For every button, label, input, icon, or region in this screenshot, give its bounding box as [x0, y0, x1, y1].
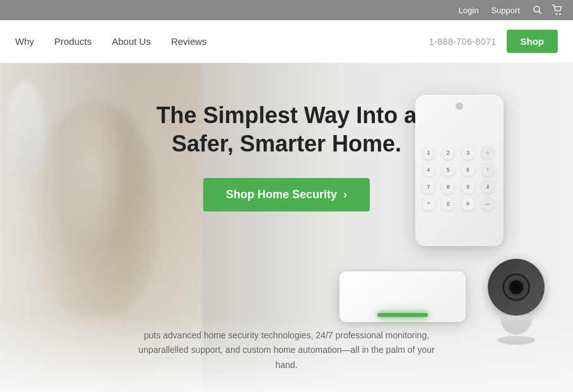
svg-point-3	[559, 13, 561, 15]
camera-stand	[497, 336, 535, 345]
camera-lens-inner	[509, 280, 523, 294]
keypad-key[interactable]: 8	[441, 180, 455, 194]
cart-icon	[552, 4, 563, 16]
keypad-device: 123⌂456↑789⚷*0#—	[415, 95, 504, 246]
keypad-key[interactable]: ⚷	[481, 180, 495, 194]
keypad-key[interactable]: 6	[461, 163, 475, 177]
main-nav: Why Products About Us Reviews 1-888-706-…	[0, 20, 573, 63]
support-link[interactable]: Support	[491, 6, 520, 15]
nav-why[interactable]: Why	[15, 36, 34, 47]
keypad-key[interactable]: 4	[422, 163, 435, 177]
keypad-key[interactable]: 3	[461, 146, 475, 160]
top-utility-bar: Login Support	[0, 0, 573, 20]
top-bar-icons	[533, 4, 563, 16]
svg-point-2	[556, 13, 558, 15]
keypad-key[interactable]: 1	[422, 146, 435, 160]
keypad-key[interactable]: 2	[441, 146, 455, 160]
hub-led	[377, 313, 428, 317]
nav-products[interactable]: Products	[54, 36, 92, 47]
shop-button[interactable]: Shop	[507, 30, 558, 53]
keypad-logo	[456, 102, 463, 110]
camera-base	[500, 316, 532, 335]
svg-point-0	[534, 6, 540, 12]
keypad-key[interactable]: 7	[422, 180, 435, 194]
camera-lens	[502, 273, 530, 301]
nav-reviews[interactable]: Reviews	[171, 36, 207, 47]
keypad-grid: 123⌂456↑789⚷*0#—	[422, 115, 497, 241]
nav-right: 1-888-706-8071 Shop	[429, 30, 558, 53]
keypad-key[interactable]: —	[481, 197, 495, 211]
keypad-key[interactable]: ↑	[481, 163, 495, 177]
svg-line-1	[539, 11, 541, 14]
nav-about-us[interactable]: About Us	[112, 36, 151, 47]
camera-device	[478, 259, 554, 341]
hero-section: The Simplest Way Into a Safer, Smarter H…	[0, 63, 573, 392]
shop-security-label: Shop Home Security	[226, 188, 337, 201]
nav-links: Why Products About Us Reviews	[15, 36, 207, 47]
login-link[interactable]: Login	[459, 6, 479, 15]
search-icon	[533, 5, 543, 15]
keypad-key[interactable]: #	[461, 197, 475, 211]
keypad-key[interactable]: 5	[441, 163, 455, 177]
keypad-key[interactable]: ⌂	[481, 146, 495, 160]
keypad-key[interactable]: *	[422, 197, 435, 211]
lamp-decoration	[6, 82, 44, 170]
camera-head	[488, 259, 545, 316]
search-button[interactable]	[533, 5, 543, 15]
hub-device	[340, 271, 466, 322]
keypad-key[interactable]: 9	[461, 180, 475, 194]
phone-number: 1-888-706-8071	[429, 37, 497, 47]
hero-body-text: puts advanced home security technologies…	[129, 328, 444, 373]
cart-button[interactable]	[552, 4, 563, 16]
keypad-key[interactable]: 0	[441, 197, 455, 211]
